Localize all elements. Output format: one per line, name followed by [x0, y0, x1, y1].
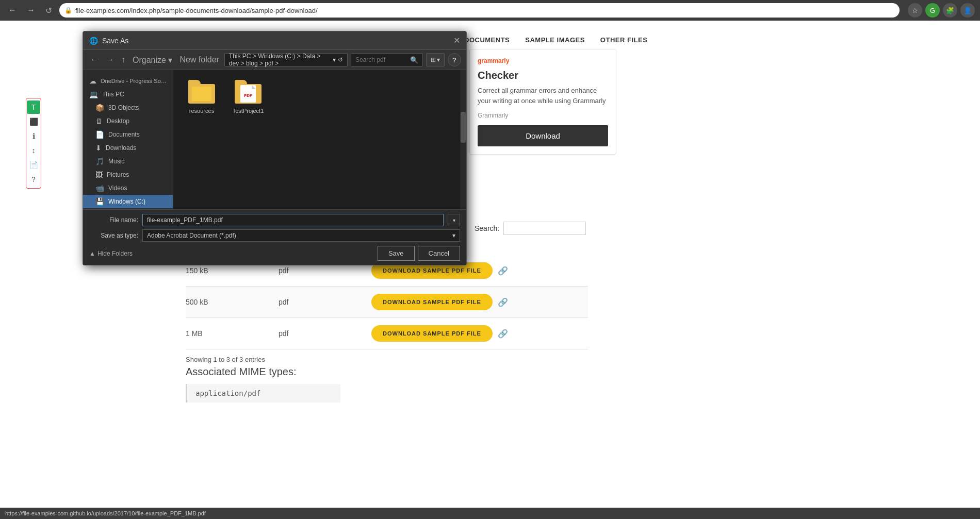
breadcrumb-bar: This PC > Windows (C:) > Data > dev > bl… [224, 53, 348, 66]
sidebar-item-label: Pictures [107, 171, 129, 178]
dialog-chrome-icon: 🌐 [89, 37, 98, 45]
puzzle-button[interactable]: 🧩 [943, 3, 957, 18]
filename-input[interactable] [142, 214, 444, 226]
action-buttons: Save Cancel [378, 246, 460, 261]
pictures-icon: 🖼 [95, 171, 103, 179]
toolbar-back-button[interactable]: ← [88, 54, 101, 65]
dialog-footer: File name: ▾ Save as type: Adobe Acrobat… [83, 209, 466, 265]
savetype-value: Adobe Acrobat Document (*.pdf) [147, 232, 236, 239]
sidebar-item-label: 3D Objects [108, 104, 139, 111]
sidebar-item-thispc[interactable]: 💻 This PC [83, 88, 173, 101]
search-icon: 🔍 [410, 56, 418, 64]
filename-row: File name: ▾ [89, 214, 460, 226]
filename-label: File name: [89, 216, 138, 224]
desktop-icon: 🖥 [95, 117, 103, 125]
lock-icon: 🔒 [64, 7, 72, 14]
dialog-toolbar: ← → ↑ Organize ▾ New folder This PC > Wi… [83, 50, 466, 70]
breadcrumb-refresh-icon[interactable]: ↺ [338, 56, 343, 63]
toolbar-new-folder-button[interactable]: New folder [177, 54, 221, 65]
hide-folders-button[interactable]: ▲ Hide Folders [89, 250, 133, 257]
downloads-icon: ⬇ [95, 144, 102, 152]
sidebar-item-label: Desktop [107, 118, 129, 125]
browser-actions: ☆ G 🧩 👤 [908, 3, 975, 18]
dialog-title-text: Save As [102, 37, 128, 45]
sidebar-item-label: OneDrive - Progress Software Corp... [101, 78, 167, 84]
sidebar-item-label: Music [108, 158, 124, 165]
back-button[interactable]: ← [5, 4, 20, 17]
savetype-select[interactable]: Adobe Acrobat Document (*.pdf) ▾ [142, 229, 460, 242]
sidebar-item-label: Windows (C:) [108, 198, 145, 205]
url-text: file-examples.com/index.php/sample-docum… [75, 7, 318, 14]
sidebar-item-desktop[interactable]: 🖥 Desktop [83, 114, 173, 128]
scrollbar-track[interactable] [460, 70, 466, 209]
file-item-testproject[interactable]: PDF TestProject1 [227, 78, 269, 116]
dialog-file-area: resources PDF [173, 70, 466, 209]
view-icon: ⊞ [431, 56, 436, 63]
scrollbar-thumb[interactable] [461, 112, 466, 143]
sidebar-item-distributions-k[interactable]: 💾 Distributions (K:) [83, 208, 173, 209]
dialog-search-box[interactable]: 🔍 [351, 53, 423, 66]
sidebar-item-downloads[interactable]: ⬇ Downloads [83, 141, 173, 155]
reload-button[interactable]: ↺ [42, 4, 55, 18]
3dobjects-icon: 📦 [95, 104, 104, 112]
videos-icon: 📹 [95, 184, 104, 192]
file-name-testproject: TestProject1 [233, 108, 264, 114]
filename-dropdown[interactable]: ▾ [448, 214, 460, 226]
sidebar-item-label: This PC [102, 91, 124, 98]
music-icon: 🎵 [95, 157, 104, 165]
sidebar-item-label: Documents [108, 131, 140, 138]
toolbar-organize-button[interactable]: Organize ▾ [130, 54, 174, 66]
savetype-label: Save as type: [89, 232, 138, 239]
file-name-resources: resources [189, 108, 214, 114]
sidebar-item-onedrive[interactable]: ☁ OneDrive - Progress Software Corp... [83, 74, 173, 88]
toolbar-forward-button[interactable]: → [104, 54, 116, 65]
breadcrumb-text: This PC > Windows (C:) > Data > dev > bl… [229, 53, 331, 67]
sidebar-item-label: Downloads [106, 144, 136, 152]
file-item-resources[interactable]: resources [181, 78, 222, 116]
page-background: T ⬛ ℹ ↕ 📄 ? DOCUMENTS SAMPLE IMAGES OTHE… [0, 21, 980, 519]
help-button[interactable]: ? [448, 53, 461, 66]
chevron-up-icon: ▲ [89, 250, 95, 257]
sidebar-item-videos[interactable]: 📹 Videos [83, 181, 173, 195]
dialog-close-button[interactable]: ✕ [453, 36, 460, 45]
onedrive-icon: ☁ [89, 77, 96, 85]
dialog-button-row: ▲ Hide Folders Save Cancel [89, 246, 460, 261]
sidebar-item-label: Videos [108, 185, 127, 192]
forward-button[interactable]: → [24, 4, 38, 17]
savetype-dropdown-icon: ▾ [452, 232, 455, 239]
breadcrumb-dropdown-icon[interactable]: ▾ [333, 56, 336, 63]
documents-icon: 📄 [95, 130, 104, 139]
star-button[interactable]: ☆ [908, 3, 922, 18]
extension-button[interactable]: G [925, 3, 940, 18]
sidebar-item-pictures[interactable]: 🖼 Pictures [83, 168, 173, 181]
dialog-body: ☁ OneDrive - Progress Software Corp... 💻… [83, 70, 466, 209]
dialog-sidebar: ☁ OneDrive - Progress Software Corp... 💻… [83, 70, 173, 209]
view-options-button[interactable]: ⊞ ▾ [426, 53, 445, 66]
status-url: https://file-examples-com.github.io/uplo… [5, 510, 206, 516]
dialog-search-input[interactable] [355, 56, 408, 63]
save-as-dialog: 🌐 Save As ✕ ← → ↑ Organize ▾ New folder … [83, 31, 467, 265]
sidebar-item-documents[interactable]: 📄 Documents [83, 128, 173, 141]
view-dropdown-icon: ▾ [437, 56, 440, 63]
save-button[interactable]: Save [378, 246, 415, 261]
dialog-title: 🌐 Save As [89, 37, 128, 45]
sidebar-item-music[interactable]: 🎵 Music [83, 155, 173, 168]
address-bar[interactable]: 🔒 file-examples.com/index.php/sample-doc… [59, 3, 900, 18]
avatar-button[interactable]: 👤 [960, 3, 975, 18]
sidebar-item-3dobjects[interactable]: 📦 3D Objects [83, 101, 173, 114]
windowsc-icon: 💾 [95, 197, 104, 206]
cancel-button[interactable]: Cancel [418, 246, 460, 261]
savetype-row: Save as type: Adobe Acrobat Document (*.… [89, 229, 460, 242]
thispc-icon: 💻 [89, 90, 98, 98]
browser-chrome: ← → ↺ 🔒 file-examples.com/index.php/samp… [0, 0, 980, 21]
dialog-overlay: 🌐 Save As ✕ ← → ↑ Organize ▾ New folder … [0, 21, 980, 519]
sidebar-item-windows-c[interactable]: 💾 Windows (C:) [83, 195, 173, 208]
hide-folders-label: Hide Folders [97, 250, 133, 257]
status-bar: https://file-examples-com.github.io/uplo… [0, 508, 980, 519]
toolbar-up-button[interactable]: ↑ [119, 54, 127, 65]
dialog-titlebar: 🌐 Save As ✕ [83, 31, 466, 50]
